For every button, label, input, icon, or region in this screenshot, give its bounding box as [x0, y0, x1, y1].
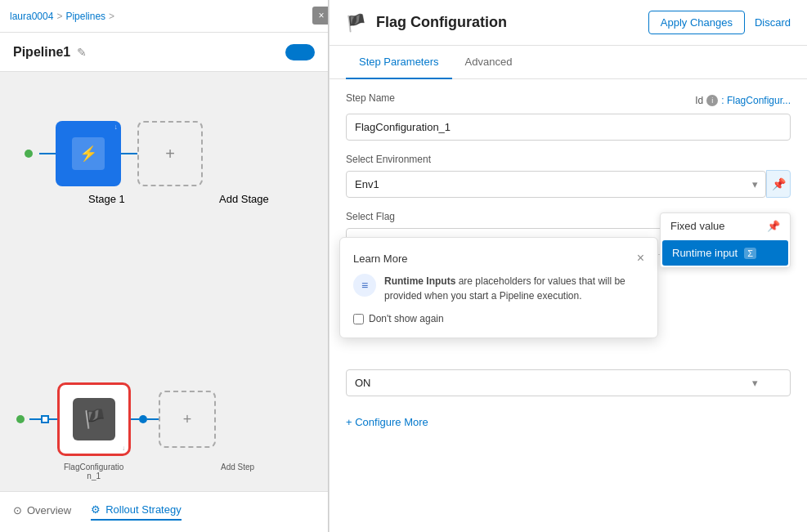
breadcrumb-pipelines[interactable]: Pipelines [65, 11, 105, 22]
pipeline-header: Pipeline1 ✎ [0, 33, 328, 72]
dropdown-fixed-value[interactable]: Fixed value 📌 [661, 213, 790, 239]
breadcrumb-sep2: > [109, 11, 114, 22]
breadcrumb-user[interactable]: laura0004 [10, 11, 53, 22]
id-label: Id i : FlagConfigur... [695, 95, 791, 106]
edit-icon[interactable]: ✎ [77, 46, 87, 59]
step-name-row: Step Name Id i : FlagConfigur... [346, 92, 791, 141]
step-inner: 🏴 [73, 398, 115, 440]
dont-show-label[interactable]: Don't show again [353, 313, 444, 324]
add-stage-button[interactable]: + [137, 121, 203, 186]
runtime-icon-symbol: ≡ [361, 279, 368, 292]
breadcrumb: laura0004 > Pipelines > [0, 0, 328, 33]
configure-more-row: + Configure More [346, 409, 791, 428]
sigma-badge: Σ [744, 248, 756, 259]
info-icon[interactable]: i [706, 95, 718, 106]
flag-header-icon: 🏴 [346, 13, 366, 33]
step-name-label: Step Name [346, 92, 395, 104]
fixed-value-label: Fixed value [670, 220, 724, 232]
step-name-label-row: Step Name Id i : FlagConfigur... [346, 92, 791, 109]
stage-badge: ↓ [114, 123, 119, 131]
overview-icon: ⊙ [13, 504, 22, 516]
stage-icon: ⚡ [79, 145, 97, 163]
left-panel: laura0004 > Pipelines > × Pipeline1 ✎ ⚡ [0, 0, 329, 532]
step-circle-right [139, 415, 147, 423]
tooltip-header: Learn More × [353, 251, 644, 266]
step-circle-left [41, 415, 49, 423]
stage-inner: ⚡ [72, 137, 105, 170]
toggle-switch[interactable] [285, 44, 315, 60]
dropdown-menu: Fixed value 📌 Runtime input Σ [660, 212, 791, 268]
value-row: ON ▾ [346, 369, 791, 396]
flag-step-icon: 🏴 [83, 409, 105, 430]
pipeline-title: Pipeline1 [13, 45, 70, 60]
tooltip-bold: Runtime Inputs [384, 275, 455, 287]
stage-node-wrapper: ⚡ ↓ [56, 121, 121, 186]
add-stage-label: Add Stage [219, 193, 269, 205]
rollout-label: Rollout Strategy [105, 503, 182, 516]
apply-changes-button[interactable]: Apply Changes [648, 11, 745, 34]
tabs-bar: Step Parameters Advanced [330, 46, 807, 79]
connector [39, 153, 56, 154]
tooltip-box: Learn More × ≡ Runtime Inputs are placeh… [339, 237, 658, 338]
bottom-nav: ⊙ Overview ⚙ Rollout Strategy [0, 491, 329, 532]
tooltip-title: Learn More [353, 253, 407, 265]
select-env-label: Select Environment [346, 154, 791, 165]
tooltip-text: Runtime Inputs are placeholders for valu… [384, 274, 644, 303]
step-label: FlagConfiguration_1 [64, 463, 123, 481]
add-step-label: Add Step [221, 463, 254, 472]
select-env-row: Select Environment Env1 ▾ 📌 [346, 154, 791, 198]
env-select[interactable]: Env1 [346, 171, 766, 198]
rollout-icon: ⚙ [91, 503, 101, 516]
runtime-icon: ≡ [353, 274, 376, 297]
play-dot [25, 150, 33, 158]
dropdown-runtime-input[interactable]: Runtime input Σ [662, 240, 788, 266]
stage1-node[interactable]: ⚡ ↓ [56, 121, 121, 186]
runtime-input-label: Runtime input [672, 247, 738, 259]
stage1-label: Stage 1 [88, 193, 125, 205]
panel-title: Flag Configuration [376, 14, 639, 31]
env-select-wrapper: Env1 ▾ 📌 [346, 170, 791, 198]
id-text: Id [695, 95, 703, 106]
connector2 [121, 153, 137, 154]
step-name-input[interactable] [346, 114, 791, 141]
env-pin-button[interactable]: 📌 [766, 170, 791, 198]
value-select-wrapper: ON ▾ [346, 369, 791, 396]
tab-advanced[interactable]: Advanced [452, 46, 526, 79]
dont-show-text: Don't show again [369, 313, 444, 324]
configure-more-link[interactable]: + Configure More [346, 416, 428, 428]
fixed-icon: 📌 [767, 220, 780, 232]
step-row: 🏴 ↓ + [16, 382, 216, 456]
tooltip-footer: Don't show again [353, 313, 644, 324]
close-button[interactable]: × [312, 7, 329, 25]
overview-label: Overview [27, 504, 71, 516]
discard-button[interactable]: Discard [755, 16, 791, 29]
add-step-button[interactable]: + [159, 391, 216, 448]
right-header: 🏴 Flag Configuration Apply Changes Disca… [330, 0, 807, 46]
breadcrumb-sep1: > [56, 11, 62, 22]
nav-rollout[interactable]: ⚙ Rollout Strategy [91, 503, 182, 521]
flag-step-node[interactable]: 🏴 ↓ [57, 382, 131, 456]
step-play-dot [16, 415, 25, 423]
nav-overview[interactable]: ⊙ Overview [13, 504, 71, 520]
tooltip-close-button[interactable]: × [637, 251, 644, 266]
dont-show-checkbox[interactable] [353, 314, 364, 324]
tooltip-body: ≡ Runtime Inputs are placeholders for va… [353, 274, 644, 303]
tab-step-parameters[interactable]: Step Parameters [346, 46, 452, 79]
pipeline-canvas: ⚡ ↓ + Stage 1 Add Stage [0, 72, 329, 513]
id-value: : FlagConfigur... [721, 95, 791, 106]
value-select[interactable]: ON [346, 369, 791, 396]
